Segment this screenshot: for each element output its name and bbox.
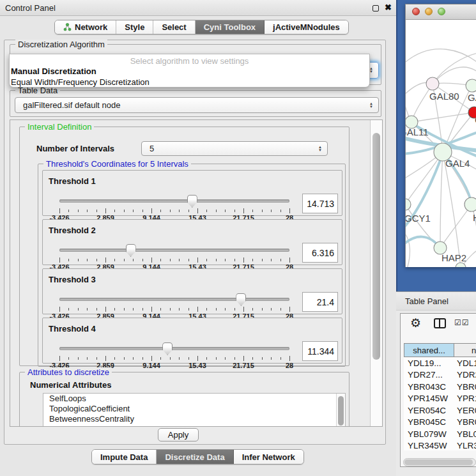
tick-mark (124, 357, 125, 360)
tab-style[interactable]: Style (116, 20, 153, 34)
numerical-attributes-list[interactable]: SelfLoopsTopologicalCoefficientBetweenne… (43, 393, 346, 427)
numerical-attributes-label: Numerical Attributes (30, 380, 111, 390)
cell-name[interactable]: YLR3 (454, 441, 476, 450)
threshold-1-slider[interactable]: -3.4262.8599.14415.4321.71528 (59, 195, 289, 217)
cell-name[interactable]: YDL1 (454, 358, 476, 368)
cell-name[interactable]: YBR0 (454, 382, 476, 392)
cell-name[interactable]: YBR0 (454, 417, 476, 427)
float-window-icon[interactable] (372, 5, 379, 12)
cell-shared-name[interactable]: YBR045C (404, 417, 454, 427)
tick-mark (179, 308, 180, 311)
cell-shared-name[interactable]: YER054C (404, 406, 454, 415)
attribute-list-item[interactable]: SelfLoops (43, 394, 345, 404)
checkbox-columns-icon[interactable]: ☑☑ (454, 318, 470, 327)
zoom-traffic-light-icon[interactable] (438, 8, 445, 15)
close-traffic-light-icon[interactable] (412, 8, 420, 15)
attribute-list-item[interactable]: TopologicalCoefficient (43, 404, 345, 414)
thresholds-group-title: Threshold's Coordinates for 5 Intervals (43, 159, 191, 169)
table-row[interactable]: YPR145WYPR1 (404, 393, 476, 405)
threshold-4-panel: Threshold 4 -3.4262.8599.14415.4321.7152… (42, 318, 342, 364)
cell-shared-name[interactable]: YBL079W (404, 429, 454, 439)
tab-cyni-toolbox[interactable]: Cyni Toolbox (196, 20, 265, 34)
attributes-group-title: Attributes to discretize (25, 367, 112, 377)
slider-thumb[interactable] (187, 195, 197, 208)
attribute-list-scrollbar[interactable] (336, 394, 345, 427)
tick-mark (170, 210, 171, 212)
slider-track[interactable] (59, 298, 289, 301)
cell-shared-name[interactable]: YDL19... (404, 358, 454, 368)
slider-track[interactable] (59, 347, 289, 350)
table-horizontal-scrollbar[interactable] (403, 458, 476, 466)
cell-name[interactable]: YDR2 (454, 370, 476, 380)
slider-thumb[interactable] (126, 244, 136, 257)
scrollbar-thumb[interactable] (404, 459, 473, 465)
tab-jactivemnodules[interactable]: jActiveMNodules (265, 20, 348, 34)
tick-mark (87, 259, 88, 261)
slider-track[interactable] (59, 199, 289, 203)
tick-mark (114, 259, 115, 261)
table-data-combobox[interactable]: galFiltered.sif default node ▲▼ (15, 97, 379, 113)
gear-icon[interactable]: ⚙ (410, 316, 421, 330)
network-canvas[interactable]: GAL80 GA GAL11 GAL4 GCY1 H HAP2 C (406, 20, 476, 267)
tick-mark (114, 308, 115, 311)
tick-mark (68, 308, 69, 311)
threshold-4-slider[interactable]: -3.4262.8599.14415.4321.71528 (59, 342, 289, 364)
table-row[interactable]: YBR045CYBR0 (404, 417, 476, 429)
tab-select-label: Select (162, 22, 186, 32)
cell-name[interactable]: YER0 (454, 406, 476, 415)
cell-shared-name[interactable]: YDR27... (404, 370, 454, 380)
minimize-traffic-light-icon[interactable] (425, 8, 433, 15)
tab-discretize-data[interactable]: Discretize Data (157, 450, 233, 464)
scrollbar-thumb[interactable] (338, 396, 344, 426)
tick-mark (216, 259, 217, 261)
node-h[interactable] (464, 197, 476, 211)
node-top-right[interactable] (466, 79, 476, 92)
tick-mark (188, 259, 189, 261)
column-header-shared[interactable]: shared... (404, 344, 454, 357)
axis-tick-label: 9.144 (142, 362, 160, 369)
table-row[interactable]: YER054CYER0 (404, 404, 476, 417)
dropdown-placeholder-item[interactable]: Select algorithm to view settings (10, 54, 369, 66)
table-row[interactable]: YDL19...YDL1 (404, 357, 476, 369)
apply-button[interactable]: Apply (158, 428, 199, 441)
cell-name[interactable]: YBL0 (454, 429, 476, 439)
threshold-2-slider[interactable]: -3.4262.8599.14415.4321.71528 (59, 244, 289, 266)
scrollbar-thumb[interactable] (372, 133, 380, 360)
tick-mark (262, 259, 263, 261)
attribute-list-item[interactable]: BetweennessCentrality (43, 414, 345, 424)
threshold-3-slider[interactable]: -3.4262.8599.14415.4321.71528 (59, 293, 289, 315)
slider-thumb[interactable] (162, 342, 173, 355)
threshold-3-value-field[interactable]: 21.4 (302, 292, 338, 312)
tick-mark (188, 210, 189, 212)
close-icon[interactable]: ✖ (385, 3, 392, 12)
cell-name[interactable]: YPR1 (454, 394, 476, 403)
settings-vertical-scrollbar[interactable] (370, 120, 382, 426)
slider-track[interactable] (59, 249, 289, 252)
node-gcy1[interactable] (406, 199, 411, 210)
cell-shared-name[interactable]: YLR345W (404, 441, 454, 450)
column-header-name[interactable]: n (454, 344, 476, 357)
dropdown-option-manual-discretization[interactable]: Manual Discretization (10, 66, 369, 77)
threshold-1-value-field[interactable]: 14.713 (302, 194, 338, 213)
number-of-intervals-combobox[interactable]: 5 ▲▼ (141, 141, 328, 156)
threshold-2-value-field[interactable]: 6.316 (302, 243, 338, 263)
node-gal80[interactable] (426, 77, 439, 90)
tab-select[interactable]: Select (153, 20, 195, 34)
tick-mark (151, 208, 152, 213)
tick-mark (206, 259, 207, 261)
cell-shared-name[interactable]: YPR145W (404, 394, 454, 403)
table-row[interactable]: YBL079WYBL0 (404, 428, 476, 440)
dropdown-option-equal-width-frequency[interactable]: Equal Width/Frequency Discretization (10, 77, 369, 88)
tab-network[interactable]: Network (55, 20, 116, 34)
table-row[interactable]: YLR345WYLR3 (404, 440, 476, 451)
cell-shared-name[interactable]: YBR043C (404, 382, 454, 392)
threshold-4-value-field[interactable]: 11.344 (302, 341, 338, 361)
column-layout-icon[interactable] (434, 318, 446, 328)
table-row[interactable]: YBR043CYBR0 (404, 381, 476, 393)
tab-impute-data-label: Impute Data (100, 452, 148, 462)
network-icon (63, 23, 72, 31)
tab-infer-network[interactable]: Infer Network (234, 450, 303, 464)
tab-impute-data[interactable]: Impute Data (92, 450, 157, 464)
table-row[interactable]: YDR27...YDR2 (404, 369, 476, 381)
slider-thumb[interactable] (236, 293, 246, 306)
